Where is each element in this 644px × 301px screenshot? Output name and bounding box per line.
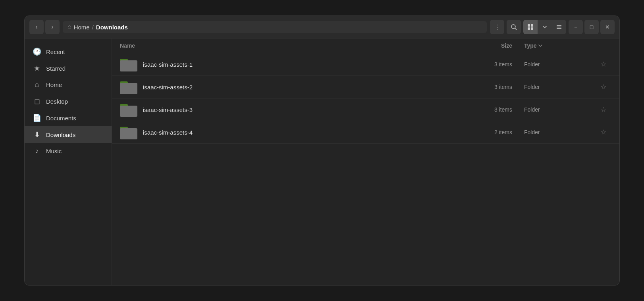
breadcrumb-current: Downloads [96,24,128,31]
file-size: 3 items [469,106,524,113]
sidebar-label-downloads: Downloads [46,131,75,138]
chevron-down-icon [542,25,547,29]
column-star [596,42,611,49]
file-list-header: Name Size Type [112,39,619,53]
file-size: 3 items [469,84,524,90]
file-name: isaac-sim-assets-4 [143,129,193,136]
file-size: 3 items [469,61,524,68]
file-name-cell: isaac-sim-assets-2 [120,80,469,94]
column-name: Name [120,42,469,49]
sidebar-item-recent[interactable]: 🕐 Recent [25,43,112,60]
documents-icon: 📄 [33,114,41,122]
file-size: 2 items [469,129,524,135]
nav-buttons: ‹ › [29,20,60,34]
file-type: Folder [524,106,596,113]
grid-icon [527,24,534,30]
table-row[interactable]: isaac-sim-assets-2 3 items Folder ☆ [112,76,619,98]
sidebar-item-documents[interactable]: 📄 Documents [25,110,112,126]
star-button[interactable]: ☆ [596,82,611,92]
file-name: isaac-sim-assets-3 [143,106,193,113]
file-name: isaac-sim-assets-2 [143,84,193,91]
table-row[interactable]: isaac-sim-assets-4 2 items Folder ☆ [112,121,619,144]
file-name-cell: isaac-sim-assets-1 [120,57,469,71]
svg-rect-2 [528,24,530,27]
file-list: isaac-sim-assets-1 3 items Folder ☆ isaa… [112,53,619,285]
star-button[interactable]: ☆ [596,127,611,137]
svg-line-1 [515,28,517,30]
close-button[interactable]: ✕ [600,20,615,34]
folder-icon [120,57,137,71]
sidebar-item-music[interactable]: ♪ Music [25,143,112,159]
desktop-icon: ◻ [33,97,41,106]
sidebar-label-home: Home [46,81,62,88]
sidebar-label-music: Music [46,148,62,154]
toolbar-right: ⋮ [490,20,615,34]
file-type: Folder [524,129,596,135]
grid-view-button[interactable] [523,20,538,34]
file-name: isaac-sim-assets-1 [143,61,193,68]
file-area: Name Size Type [112,39,619,285]
svg-rect-4 [528,27,530,30]
search-icon [511,24,517,30]
sidebar-item-downloads[interactable]: ⬇ Downloads [25,126,112,143]
sort-chevron-button[interactable] [538,20,552,34]
breadcrumb-separator: / [92,24,94,31]
titlebar: ‹ › ⌂ Home / Downloads ⋮ [25,16,619,39]
home-sidebar-icon: ⌂ [33,81,41,89]
breadcrumb-home[interactable]: Home [74,24,90,31]
starred-icon: ★ [33,64,41,73]
folder-icon [120,125,137,139]
view-toggle [523,20,566,34]
svg-rect-3 [531,24,533,27]
file-name-cell: isaac-sim-assets-3 [120,102,469,117]
list-view-button[interactable] [552,20,566,34]
maximize-button[interactable]: □ [584,20,599,34]
sidebar-item-starred[interactable]: ★ Starred [25,60,112,77]
home-icon: ⌂ [67,23,71,31]
forward-button[interactable]: › [45,20,60,34]
column-type[interactable]: Type [524,42,596,49]
svg-rect-5 [531,27,533,30]
star-button[interactable]: ☆ [596,59,611,69]
table-row[interactable]: isaac-sim-assets-1 3 items Folder ☆ [112,53,619,76]
window-controls: − □ ✕ [569,20,615,34]
file-type: Folder [524,84,596,90]
table-row[interactable]: isaac-sim-assets-3 3 items Folder ☆ [112,98,619,121]
type-sort-icon [538,44,542,48]
sidebar: 🕐 Recent ★ Starred ⌂ Home ◻ Desktop 📄 Do… [25,39,112,285]
music-icon: ♪ [33,147,41,155]
minimize-button[interactable]: − [569,20,583,34]
breadcrumb: ⌂ Home / Downloads [63,21,487,33]
downloads-icon: ⬇ [33,130,41,139]
file-manager-window: ‹ › ⌂ Home / Downloads ⋮ [24,15,620,286]
content-area: 🕐 Recent ★ Starred ⌂ Home ◻ Desktop 📄 Do… [25,39,619,285]
search-button[interactable] [507,20,521,34]
folder-icon [120,80,137,94]
file-type: Folder [524,61,596,68]
file-name-cell: isaac-sim-assets-4 [120,125,469,139]
back-button[interactable]: ‹ [29,20,44,34]
recent-icon: 🕐 [33,47,41,56]
sidebar-label-desktop: Desktop [46,98,68,105]
folder-icon [120,102,137,117]
sidebar-item-desktop[interactable]: ◻ Desktop [25,93,112,110]
sidebar-label-documents: Documents [46,115,76,122]
list-icon [556,24,562,30]
column-size: Size [469,42,524,49]
sidebar-item-home[interactable]: ⌂ Home [25,77,112,93]
star-button[interactable]: ☆ [596,104,611,115]
sidebar-label-recent: Recent [46,48,65,55]
sidebar-label-starred: Starred [46,65,66,72]
more-options-button[interactable]: ⋮ [490,20,504,34]
